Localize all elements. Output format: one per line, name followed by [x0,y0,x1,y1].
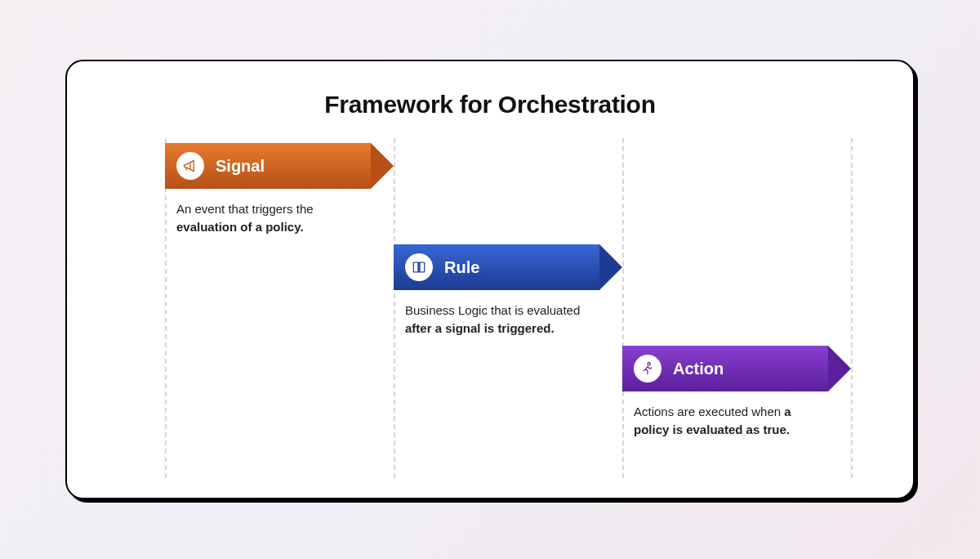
step-label: Signal [216,157,265,176]
desc-text: An event that triggers the [176,202,314,216]
step-description: Business Logic that is evaluated after a… [394,302,598,338]
divider-line [851,138,853,478]
diagram-card: Framework for Orchestration Signal [65,60,915,499]
desc-bold: after a signal is triggered. [405,321,555,335]
arrow-head [371,143,394,189]
desc-text: Actions are executed when [634,405,784,418]
svg-point-0 [648,363,650,365]
step-signal: Signal An event that triggers the evalua… [165,143,394,236]
arrow-head [599,244,622,290]
book-icon [405,253,433,281]
step-rule: Rule Business Logic that is evaluated af… [394,244,622,338]
running-person-icon [634,355,662,382]
step-arrow: Signal [165,143,394,189]
arrow-head [828,346,851,391]
step-description: Actions are executed when a policy is ev… [622,403,826,439]
step-label: Rule [444,258,479,277]
desc-bold: evaluation of a policy. [176,220,304,234]
step-action: Action Actions are executed when a polic… [622,346,851,439]
step-arrow: Action [622,346,851,391]
step-description: An event that triggers the evaluation of… [165,200,369,236]
diagram-title: Framework for Orchestration [67,91,913,119]
desc-text: Business Logic that is evaluated [405,303,580,317]
megaphone-icon [176,152,204,180]
diagram-stage: Signal An event that triggers the evalua… [67,138,913,493]
step-arrow: Rule [394,244,622,290]
step-label: Action [673,360,724,378]
